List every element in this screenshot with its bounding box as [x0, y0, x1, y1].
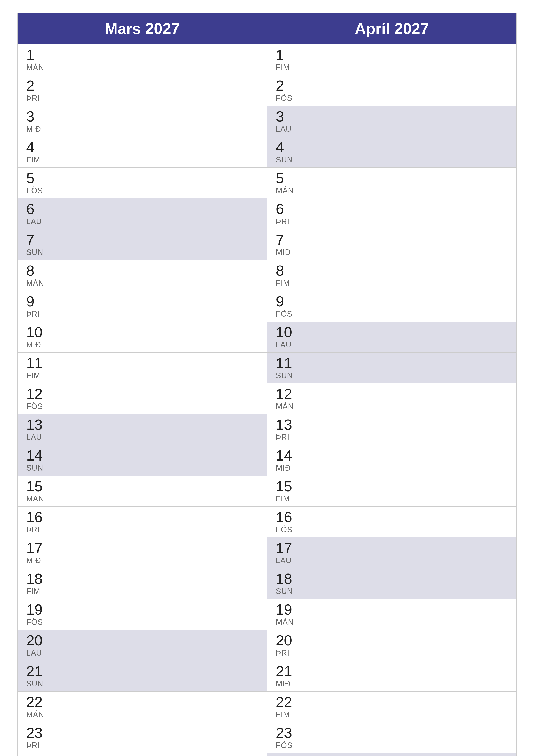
- day-name: FÖS: [276, 94, 292, 103]
- day-info: 19 MÁN: [276, 602, 294, 627]
- days-container: 1 MÁN 2 ÞRI 3 MIÐ 4 FIM 5 FÖS: [18, 44, 516, 756]
- day-name: MÁN: [276, 402, 294, 411]
- day-info: 18 FIM: [26, 571, 43, 596]
- day-row: 19 MÁN: [267, 599, 516, 630]
- day-row: 7 SUN: [18, 229, 267, 260]
- day-info: 8 MÁN: [26, 263, 44, 288]
- day-row: 24 LAU: [267, 753, 516, 756]
- day-row: 10 LAU: [267, 322, 516, 353]
- day-row: 21 SUN: [18, 661, 267, 691]
- day-number: 4: [276, 140, 293, 154]
- day-number: 21: [276, 664, 292, 678]
- day-number: 19: [276, 602, 294, 617]
- day-number: 3: [26, 109, 41, 124]
- day-row: 11 FIM: [18, 353, 267, 383]
- day-number: 16: [276, 510, 292, 524]
- day-name: MÁN: [26, 63, 44, 72]
- day-row: 13 ÞRI: [267, 414, 516, 445]
- april-days: 1 FIM 2 FÖS 3 LAU 4 SUN: [267, 44, 516, 756]
- day-row: 20 ÞRI: [267, 630, 516, 661]
- day-row: 14 SUN: [18, 445, 267, 476]
- day-number: 22: [26, 694, 44, 709]
- day-row: 6 LAU: [18, 199, 267, 229]
- day-number: 19: [26, 602, 43, 617]
- day-row: 14 MIÐ: [267, 445, 516, 476]
- day-name: SUN: [276, 371, 293, 380]
- day-row: 19 FÖS: [18, 599, 267, 630]
- day-name: FÖS: [276, 525, 292, 534]
- day-number: 14: [276, 448, 292, 463]
- day-number: 11: [26, 356, 43, 370]
- day-number: 20: [276, 633, 292, 648]
- day-row: 20 LAU: [18, 630, 267, 661]
- day-name: FIM: [26, 155, 40, 164]
- day-info: 10 MIÐ: [26, 325, 43, 349]
- day-number: 16: [26, 510, 43, 524]
- day-number: 6: [276, 202, 290, 216]
- day-info: 7 SUN: [26, 232, 43, 257]
- day-name: MÁN: [276, 618, 294, 627]
- day-info: 5 MÁN: [276, 171, 294, 195]
- day-info: 4 FIM: [26, 140, 40, 164]
- day-name: MÁN: [26, 494, 44, 503]
- day-info: 21 MIÐ: [276, 664, 292, 688]
- day-row: 1 FIM: [267, 44, 516, 75]
- day-name: MIÐ: [276, 464, 292, 472]
- day-info: 6 LAU: [26, 202, 42, 226]
- day-info: 15 FIM: [276, 479, 292, 503]
- day-info: 17 MIÐ: [26, 540, 43, 565]
- day-name: ÞRI: [26, 310, 40, 318]
- header-row: Mars 2027 Apríl 2027: [18, 14, 516, 44]
- day-row: 22 MÁN: [18, 691, 267, 722]
- day-number: 18: [276, 571, 293, 586]
- day-info: 2 FÖS: [276, 78, 292, 103]
- day-row: 21 MIÐ: [267, 661, 516, 691]
- day-info: 2 ÞRI: [26, 78, 40, 103]
- day-row: 22 FIM: [267, 691, 516, 722]
- day-number: 15: [26, 479, 44, 494]
- day-info: 23 ÞRI: [26, 725, 43, 750]
- day-info: 19 FÖS: [26, 602, 43, 627]
- day-name: FÖS: [26, 402, 43, 411]
- day-row: 8 MÁN: [18, 260, 267, 291]
- day-info: 22 FIM: [276, 694, 292, 719]
- day-row: 23 FÖS: [267, 722, 516, 753]
- april-header: Apríl 2027: [267, 14, 516, 44]
- day-info: 11 SUN: [276, 356, 293, 380]
- day-row: 16 ÞRI: [18, 507, 267, 537]
- day-name: MIÐ: [276, 248, 291, 257]
- day-number: 5: [276, 171, 294, 185]
- day-name: ÞRI: [26, 525, 43, 534]
- day-name: LAU: [276, 124, 292, 134]
- day-info: 18 SUN: [276, 571, 293, 596]
- day-name: ÞRI: [26, 94, 40, 103]
- day-row: 15 MÁN: [18, 476, 267, 507]
- day-number: 15: [276, 479, 292, 494]
- day-row: 5 MÁN: [267, 168, 516, 199]
- day-row: 17 LAU: [267, 537, 516, 568]
- day-name: SUN: [26, 248, 43, 257]
- day-name: FIM: [276, 494, 292, 503]
- day-name: SUN: [276, 155, 293, 164]
- day-row: 3 LAU: [267, 106, 516, 137]
- day-info: 8 FIM: [276, 263, 290, 288]
- day-row: 24 MIÐ: [18, 753, 267, 756]
- day-row: 4 SUN: [267, 137, 516, 168]
- april-title: Apríl 2027: [355, 20, 429, 37]
- day-info: 9 FÖS: [276, 294, 292, 318]
- day-row: 23 ÞRI: [18, 722, 267, 753]
- day-number: 4: [26, 140, 40, 154]
- day-name: MÁN: [26, 279, 44, 288]
- day-info: 20 ÞRI: [276, 633, 292, 658]
- day-number: 20: [26, 633, 43, 648]
- day-number: 8: [26, 263, 44, 278]
- day-row: 2 FÖS: [267, 75, 516, 106]
- day-name: MIÐ: [26, 124, 41, 134]
- day-row: 9 ÞRI: [18, 291, 267, 322]
- day-info: 1 MÁN: [26, 47, 44, 72]
- day-name: ÞRI: [26, 741, 43, 750]
- day-info: 7 MIÐ: [276, 232, 291, 257]
- page: Mars 2027 Apríl 2027 1 MÁN 2 ÞRI 3 MIÐ: [0, 0, 534, 756]
- day-name: FIM: [276, 710, 292, 719]
- day-row: 3 MIÐ: [18, 106, 267, 137]
